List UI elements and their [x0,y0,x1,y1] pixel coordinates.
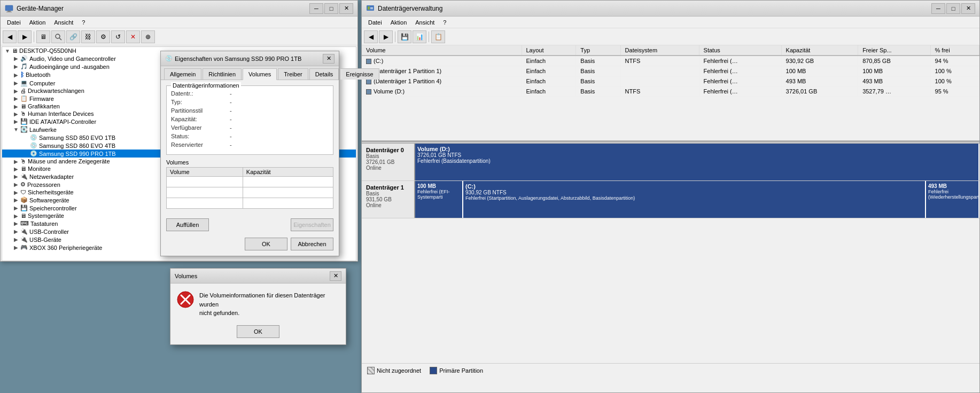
expand-audio[interactable]: ▶ [12,56,20,61]
menu-ansicht[interactable]: Ansicht [50,18,77,27]
dm-table-area[interactable]: Volume Layout Typ Dateisystem Status Kap… [362,45,979,142]
tab-ereignisse[interactable]: Ereignisse [340,68,379,80]
legend-box-primary [430,367,437,374]
part-efi-label: Fehlerfrei (EFI-Systemparti [417,189,460,200]
expand-tastaturen[interactable]: ▶ [12,221,20,226]
expand-ide[interactable]: ▶ [12,119,20,124]
toolbar-refresh[interactable]: ↺ [111,30,125,43]
table-row[interactable]: Volume (D:)EinfachBasisNTFSFehlerfrei (…… [362,87,979,97]
ssd850-icon: 💿 [30,134,37,141]
close-button[interactable]: ✕ [339,3,353,14]
expand-drucker[interactable]: ▶ [12,88,20,94]
key-partsstil: Partitionsstil [171,107,230,114]
auffuellen-button[interactable]: Auffüllen [166,218,209,231]
properties-close[interactable]: ✕ [323,54,335,64]
expand-system[interactable]: ▶ [12,213,20,219]
tastaturen-icon: ⌨ [20,220,29,227]
expand-maeuse[interactable]: ▶ [12,159,20,164]
sicherheit-icon: 🛡 [20,189,26,195]
eigenschaften-button[interactable]: Eigenschaften [291,218,333,231]
minimize-button[interactable]: ─ [309,3,323,14]
dm-menu-aktion[interactable]: Aktion [386,18,411,27]
part-c[interactable]: (C:) 930,92 GB NTFS Fehlerfrei (Startpar… [463,181,926,218]
properties-title: Eigenschaften von Samsung SSD 990 PRO 1T… [175,56,323,62]
toolbar-computer[interactable]: 🖥 [36,30,50,43]
toolbar-search[interactable] [51,30,65,43]
table-row[interactable]: (Datenträger 1 Partition 4)EinfachBasisF… [362,76,979,87]
menu-datei[interactable]: Datei [3,18,25,27]
part-efi-size: 100 MB [417,183,460,189]
expand-hid[interactable]: ▶ [12,111,20,117]
dm-close[interactable]: ✕ [961,3,975,14]
tab-volumes[interactable]: Volumes [243,68,277,80]
tree-label-usb-ctrl: USB-Controller [29,229,69,235]
expand-xbox[interactable]: ▶ [12,245,20,250]
dm-menu-ansicht[interactable]: Ansicht [411,18,439,27]
tab-allgemein[interactable]: Allgemein [164,68,201,80]
expand-usb-geraete[interactable]: ▶ [12,237,20,242]
expand-speicher[interactable]: ▶ [12,205,20,211]
expand-software[interactable]: ▶ [12,197,20,203]
expand-laufwerke[interactable]: ▼ [12,127,20,132]
expand-usb-ctrl[interactable]: ▶ [12,229,20,234]
part-recovery[interactable]: 493 MB Fehlerfrei (Wiederherstellungspar… [926,181,979,218]
usb-geraete-icon: 🔌 [20,236,28,243]
table-row[interactable]: (Datenträger 1 Partition 1)EinfachBasisF… [362,66,979,76]
toolbar-props[interactable]: ⚙ [96,30,110,43]
ok-button[interactable]: OK [245,238,287,250]
th-layout[interactable]: Layout [522,45,576,56]
tree-label-prozessoren: Prozessoren [27,182,60,188]
part-d[interactable]: Volume (D:) 3726,01 GB NTFS Fehlerfrei (… [415,144,979,180]
part-efi[interactable]: 100 MB Fehlerfrei (EFI-Systemparti [415,181,463,218]
legend-primary: Primäre Partition [430,367,483,374]
computer2-icon: 💻 [20,80,28,87]
th-dateisystem[interactable]: Dateisystem [620,45,699,56]
cancel-button[interactable]: Abbrechen [291,238,333,250]
vol-row-empty3-vol [167,198,243,209]
tab-richtlinien[interactable]: Richtlinien [203,68,242,80]
volumes-ok-button[interactable]: OK [237,325,279,338]
expand-netzwerk[interactable]: ▶ [12,174,20,179]
toolbar-connect[interactable]: 🔗 [66,30,80,43]
th-pct[interactable]: % frei [930,45,979,56]
dm-toolbar-disk[interactable]: 💾 [398,30,411,43]
toolbar-forward[interactable]: ▶ [18,30,32,43]
dm-toolbar-part[interactable]: 📊 [413,30,426,43]
dm-menu-help[interactable]: ? [439,18,450,27]
expand-monitore[interactable]: ▶ [12,166,20,172]
expand-grafik[interactable]: ▶ [12,104,20,109]
toolbar-back[interactable]: ◀ [3,30,17,43]
table-row[interactable]: (C:)EinfachBasisNTFSFehlerfrei (…930,92 … [362,56,979,66]
th-freier[interactable]: Freier Sp... [858,45,930,56]
tree-expand-root[interactable]: ▼ [3,48,12,54]
expand-bluetooth[interactable]: ▶ [12,72,20,78]
expand-sicherheit[interactable]: ▶ [12,190,20,195]
dm-menu-datei[interactable]: Datei [364,18,386,27]
tab-details[interactable]: Details [309,68,339,80]
dm-maximize[interactable]: □ [946,3,960,14]
prozessoren-icon: ⚙ [20,181,26,188]
menu-aktion[interactable]: Aktion [25,18,50,27]
menu-help[interactable]: ? [77,18,89,27]
info-row-status: Status: - [171,133,329,139]
th-volume[interactable]: Volume [362,45,522,56]
volumes-warning-close[interactable]: ✕ [330,271,341,281]
toolbar-scan[interactable]: ⊕ [141,30,155,43]
key-kapazitaet: Kapazität: [171,116,230,122]
dm-toolbar-back[interactable]: ◀ [364,30,378,43]
expand-prozessoren[interactable]: ▶ [12,182,20,187]
expand-audioeingaenge[interactable]: ▶ [12,64,20,69]
maximize-button[interactable]: □ [324,3,338,14]
dm-toolbar-extra[interactable]: 📋 [431,30,445,43]
th-kapazitaet[interactable]: Kapazität [781,45,858,56]
toolbar-remove[interactable]: ✕ [126,30,140,43]
th-status[interactable]: Status [699,45,781,56]
dm-minimize[interactable]: ─ [931,3,945,14]
expand-firmware[interactable]: ▶ [12,96,20,101]
dm-toolbar-forward[interactable]: ▶ [379,30,393,43]
tab-treiber[interactable]: Treiber [278,68,308,80]
expand-computer[interactable]: ▶ [12,80,20,86]
th-typ[interactable]: Typ [576,45,620,56]
toolbar-disconnect[interactable]: ⛓ [81,30,95,43]
device-manager-title: Geräte-Manager [17,5,309,12]
